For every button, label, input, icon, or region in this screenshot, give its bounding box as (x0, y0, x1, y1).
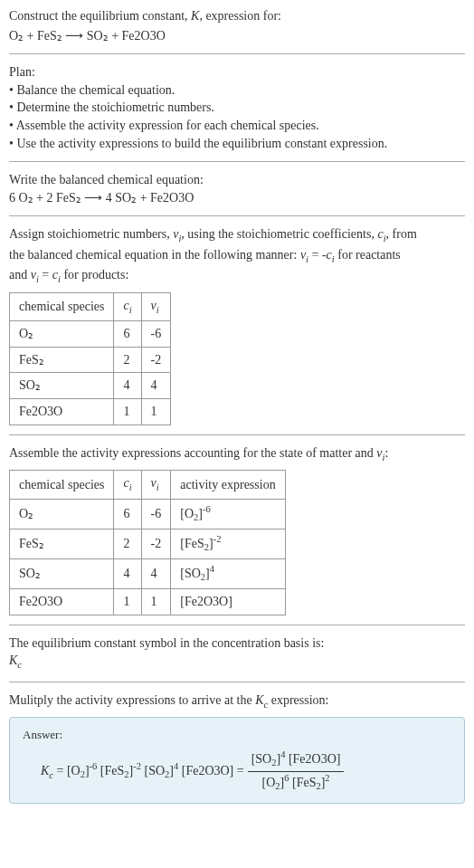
plan-bullet-4: • Use the activity expressions to build … (9, 135, 465, 153)
balanced-equation: 6 O₂ + 2 FeS₂ ⟶ 4 SO₂ + Fe2O3O (9, 189, 465, 207)
table-header-row: chemical species ci νi (10, 292, 171, 320)
unbalanced-equation: O₂ + FeS₂ ⟶ SO₂ + Fe2O3O (9, 27, 465, 45)
plan-bullet-2: • Determine the stoichiometric numbers. (9, 99, 465, 117)
stoich-intro-3: and νi = ci for products: (9, 266, 465, 286)
activity-table: chemical species ci νi activity expressi… (9, 470, 286, 615)
activity-expr-o2: [O2]-6 (171, 499, 285, 529)
stoich-intro-2: the balanced chemical equation in the fo… (9, 246, 465, 266)
balanced-title: Write the balanced chemical equation: (9, 171, 465, 189)
plan-title: Plan: (9, 63, 465, 81)
answer-label: Answer: (23, 727, 451, 743)
col-species: chemical species (10, 471, 114, 499)
section-plan: Plan: • Balance the chemical equation. •… (9, 63, 465, 162)
col-species: chemical species (10, 292, 114, 320)
col-nui: νi (141, 471, 171, 499)
activity-expr-fe2o3o: [Fe2O3O] (171, 589, 285, 615)
section-construct: Construct the equilibrium constant, K, e… (9, 7, 465, 54)
final-intro: Mulitply the activity expressions to arr… (9, 692, 465, 711)
activity-intro: Assemble the activity expressions accoun… (9, 444, 465, 464)
table-row: Fe2O3O 1 1 (10, 399, 171, 425)
answer-box: Answer: Kc = [O2]-6 [FeS2]-2 [SO2]4 [Fe2… (9, 717, 465, 803)
kc-expression: Kc = [O2]-6 [FeS2]-2 [SO2]4 [Fe2O3O] = [… (23, 749, 451, 793)
table-row: FeS₂ 2 -2 (10, 347, 171, 373)
kc-symbol: Kc (9, 652, 465, 672)
stoich-intro-1: Assign stoichiometric numbers, νi, using… (9, 225, 465, 245)
stoich-table: chemical species ci νi O₂ 6 -6 FeS₂ 2 -2… (9, 292, 171, 425)
table-row: Fe2O3O 1 1 [Fe2O3O] (10, 589, 286, 615)
plan-bullet-3: • Assemble the activity expression for e… (9, 117, 465, 135)
col-activity: activity expression (171, 471, 285, 499)
section-kc-symbol: The equilibrium constant symbol in the c… (9, 634, 465, 682)
section-final: Mulitply the activity expressions to arr… (9, 692, 465, 813)
table-row: O₂ 6 -6 (10, 321, 171, 348)
activity-expr-so2: [SO2]4 (171, 558, 285, 588)
col-ci: ci (114, 292, 141, 320)
activity-expr-fes2: [FeS2]-2 (171, 529, 285, 558)
table-row: SO₂ 4 4 (10, 373, 171, 399)
section-balanced: Write the balanced chemical equation: 6 … (9, 171, 465, 216)
construct-prompt: Construct the equilibrium constant, K, e… (9, 7, 465, 25)
col-nui: νi (141, 292, 171, 320)
kc-symbol-text: The equilibrium constant symbol in the c… (9, 634, 465, 653)
plan-bullet-1: • Balance the chemical equation. (9, 81, 465, 100)
section-stoich: Assign stoichiometric numbers, νi, using… (9, 225, 465, 434)
col-ci: ci (114, 471, 141, 499)
table-row: SO₂ 4 4 [SO2]4 (10, 558, 286, 588)
table-header-row: chemical species ci νi activity expressi… (10, 471, 286, 499)
table-row: FeS₂ 2 -2 [FeS2]-2 (10, 529, 286, 558)
section-activity: Assemble the activity expressions accoun… (9, 444, 465, 625)
table-row: O₂ 6 -6 [O2]-6 (10, 499, 286, 529)
